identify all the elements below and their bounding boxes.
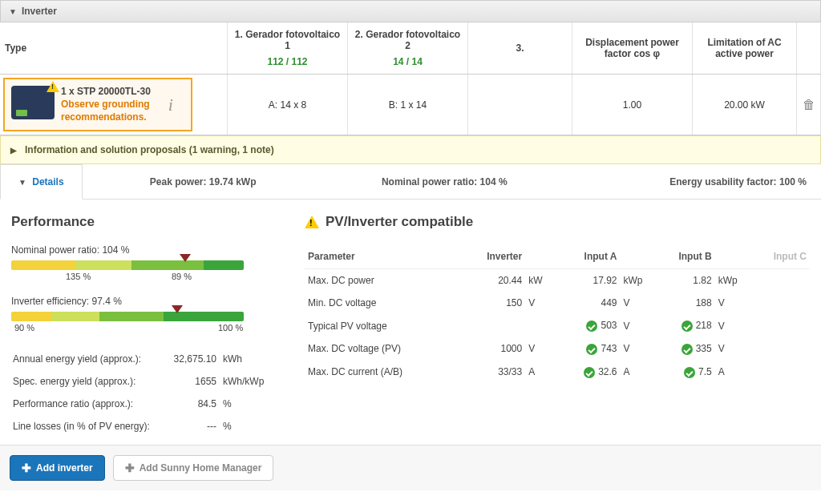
th-input-c: Input C [749,244,810,269]
compat-row: Max. DC power20.44kW17.92kWp1.82kWp [305,269,810,292]
details-link[interactable]: Details [32,176,63,187]
ratio-gen2: 14 / 14 [353,56,463,67]
cell-limitation: 20.00 kW [693,75,797,135]
compat-row: Min. DC voltage150V449V188V [305,292,810,314]
metric-peak-power: Peak power: 19.74 kWp [83,176,324,187]
col-generator-1: 1. Gerador fotovoltaico 1 112 / 112 [228,22,348,74]
compatibility-panel: PV/Inverter compatible Parameter Inverte… [305,214,810,438]
warning-icon [305,216,319,228]
cell-config-b: B: 1 x 14 [348,75,468,135]
check-icon [586,344,597,355]
compat-row: Typical PV voltage503V218V [305,314,810,337]
perf-row: Performance ratio (approx.):84.5% [13,393,274,414]
performance-panel: Performance Nominal power ratio: 104 % 1… [11,214,276,438]
eff-label: Inverter efficiency: 97.4 % [11,296,276,307]
add-sunny-home-manager-button[interactable]: ✚ Add Sunny Home Manager [113,455,274,481]
check-icon [586,321,597,332]
compat-heading: PV/Inverter compatible [305,214,810,230]
caret-right-icon: ▶ [10,146,17,155]
perf-row: Annual energy yield (approx.):32,675.10k… [13,349,274,369]
footer-bar: ✚ Add inverter ✚ Add Sunny Home Manager [0,445,821,490]
cell-displacement: 1.00 [572,75,693,135]
compat-row: Max. DC current (A/B)33/33A32.6A7.5A [305,361,810,384]
performance-table: Annual energy yield (approx.):32,675.10k… [11,347,276,438]
cell-config-3 [468,75,572,135]
col-actions [797,22,821,74]
info-icon[interactable]: i [157,95,184,115]
caret-down-icon: ▼ [9,7,17,16]
check-icon [681,321,693,332]
bar1-right-label: 89 % [172,272,192,281]
plus-icon: ✚ [22,462,31,474]
ratio-gen1: 112 / 112 [233,56,342,67]
performance-heading: Performance [11,214,276,230]
npr-bar: 135 % 89 % [11,260,276,284]
info-banner-text: Information and solution proposals (1 wa… [25,144,274,155]
caret-down-icon: ▼ [18,178,26,187]
col-displacement: Displacement power factor cos φ [572,22,693,74]
compat-row: Max. DC voltage (PV)1000V743V335V [305,337,810,361]
grid-header: Type 1. Gerador fotovoltaico 1 112 / 112… [0,22,821,75]
bar2-left-label: 90 % [14,323,34,333]
metric-nominal-ratio: Nominal power ratio: 104 % [324,176,565,187]
npr-label: Nominal power ratio: 104 % [11,244,276,256]
th-parameter: Parameter [305,244,461,269]
inverter-card[interactable]: 1 x STP 20000TL-30 Observe groundingreco… [3,78,192,131]
marker-icon [172,305,183,313]
metric-usability: Energy usability factor: 100 % [565,176,821,187]
delete-icon[interactable]: 🗑 [802,98,815,112]
perf-row: Line losses (in % of PV energy):---% [13,416,274,437]
th-inverter: Inverter [461,244,525,269]
inverter-warning-text: Observe groundingrecommendations. [61,99,151,123]
col-type: Type [0,22,228,74]
section-header[interactable]: ▼ Inverter [0,0,821,22]
cell-config-a: A: 14 x 8 [228,75,348,135]
check-icon [684,367,695,378]
th-input-b: Input B [653,244,714,269]
bar2-right-label: 100 % [218,323,243,333]
marker-icon [180,254,191,262]
eff-bar: 90 % 100 % [11,312,276,336]
perf-row: Spec. energy yield (approx.):1655kWh/kWp [13,371,274,392]
compat-table: Parameter Inverter Input A Input B Input… [305,244,810,383]
col-generator-3: 3. [468,22,572,74]
tab-details[interactable]: ▼ Details [0,164,83,200]
details-body: Performance Nominal power ratio: 104 % 1… [0,200,821,445]
col-generator-2: 2. Gerador fotovoltaico 2 14 / 14 [348,22,468,74]
col-limitation: Limitation of AC active power [693,22,797,74]
check-icon [681,344,693,355]
inverter-title: 1 x STP 20000TL-30 [61,86,151,97]
info-banner[interactable]: ▶ Information and solution proposals (1 … [0,135,821,164]
warning-icon [47,81,59,92]
details-bar: ▼ Details Peak power: 19.74 kWp Nominal … [0,164,821,200]
inverter-row: 1 x STP 20000TL-30 Observe groundingreco… [0,75,821,135]
check-icon [584,367,595,378]
plus-icon: ✚ [125,462,135,474]
th-input-a: Input A [559,244,620,269]
section-title: Inverter [22,6,57,17]
bar1-left-label: 135 % [66,272,91,281]
add-inverter-button[interactable]: ✚ Add inverter [10,455,105,481]
